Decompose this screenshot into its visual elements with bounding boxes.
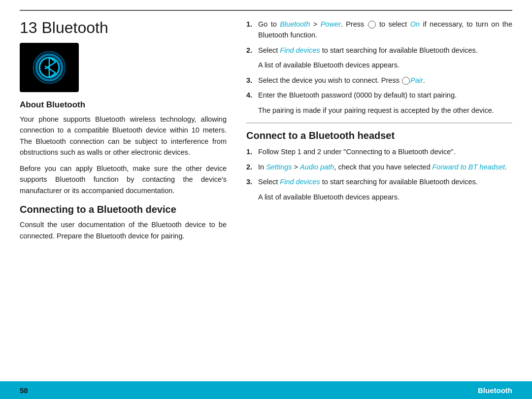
connecting-para: Consult the user documentation of the Bl… bbox=[20, 219, 227, 241]
step-2-num: 2. bbox=[246, 45, 254, 56]
step-2: 2. Select Find devices to start searchin… bbox=[246, 45, 512, 56]
step-2-note-text: A list of available Bluetooth devices ap… bbox=[258, 60, 512, 70]
bluetooth-link: Bluetooth bbox=[280, 20, 310, 28]
step-4: 4. Enter the Bluetooth password (0000 by… bbox=[246, 90, 512, 100]
headset-step-1-num: 1. bbox=[246, 146, 254, 157]
connecting-steps-list: 1. Go to Bluetooth > Power. Press to sel… bbox=[246, 19, 512, 116]
pair-link: Pair bbox=[410, 76, 423, 84]
svg-line-5 bbox=[45, 62, 56, 69]
forward-bt-link: Forward to BT headset bbox=[432, 163, 505, 171]
svg-line-7 bbox=[45, 66, 56, 73]
bluetooth-icon-container bbox=[20, 43, 79, 92]
headset-section-title: Connect to a Bluetooth headset bbox=[246, 130, 512, 141]
about-heading: About Bluetooth bbox=[20, 100, 227, 110]
step-4-note-text: The pairing is made if your pairing requ… bbox=[258, 105, 512, 116]
footer: 58 Bluetooth bbox=[0, 381, 532, 399]
about-para2: Before you can apply Bluetooth, make sur… bbox=[20, 163, 227, 196]
step-4-content: Enter the Bluetooth password (0000 by de… bbox=[258, 90, 512, 100]
power-link: Power bbox=[321, 20, 341, 28]
step-3-content: Select the device you wish to connect. P… bbox=[258, 75, 512, 86]
connecting-heading: Connecting to a Bluetooth device bbox=[20, 204, 227, 215]
find-devices-link-1: Find devices bbox=[280, 46, 320, 54]
section-divider bbox=[246, 123, 512, 123]
step-1-num: 1. bbox=[246, 19, 254, 41]
headset-step-3-note: A list of available Bluetooth devices ap… bbox=[246, 192, 512, 202]
headset-step-2: 2. In Settings > Audio path, check that … bbox=[246, 162, 512, 172]
headset-step-1: 1. Follow Step 1 and 2 under "Connecting… bbox=[246, 146, 512, 157]
about-para1: Your phone supports Bluetooth wireless t… bbox=[20, 114, 227, 158]
circle-icon-1 bbox=[368, 21, 376, 29]
headset-steps-list: 1. Follow Step 1 and 2 under "Connecting… bbox=[246, 146, 512, 202]
headset-step-3-note-text: A list of available Bluetooth devices ap… bbox=[258, 192, 512, 202]
headset-step-1-content: Follow Step 1 and 2 under "Connecting to… bbox=[258, 146, 512, 157]
footer-page-number: 58 bbox=[20, 386, 28, 395]
step-1: 1. Go to Bluetooth > Power. Press to sel… bbox=[246, 19, 512, 41]
audio-path-link: Audio path bbox=[300, 163, 334, 171]
headset-step-3: 3. Select Find devices to start searchin… bbox=[246, 176, 512, 187]
find-devices-link-2: Find devices bbox=[280, 178, 320, 186]
on-text: On bbox=[410, 20, 420, 28]
step-4-num: 4. bbox=[246, 90, 254, 100]
headset-step-2-num: 2. bbox=[246, 162, 254, 172]
headset-step-3-num: 3. bbox=[246, 176, 254, 187]
footer-section-label: Bluetooth bbox=[478, 386, 512, 395]
step-3: 3. Select the device you wish to connect… bbox=[246, 75, 512, 86]
content-area: 13 Bluetooth bbox=[0, 11, 532, 381]
circle-icon-2 bbox=[402, 77, 410, 85]
right-column: 1. Go to Bluetooth > Power. Press to sel… bbox=[246, 11, 512, 381]
step-3-num: 3. bbox=[246, 75, 254, 86]
bluetooth-icon bbox=[32, 50, 66, 85]
headset-step-2-content: In Settings > Audio path, check that you… bbox=[258, 162, 512, 172]
left-column: 13 Bluetooth bbox=[20, 11, 227, 381]
step-1-content: Go to Bluetooth > Power. Press to select… bbox=[258, 19, 512, 41]
headset-step-3-content: Select Find devices to start searching f… bbox=[258, 176, 512, 187]
step-2-content: Select Find devices to start searching f… bbox=[258, 45, 512, 56]
step-2-note: A list of available Bluetooth devices ap… bbox=[246, 60, 512, 70]
chapter-title: 13 Bluetooth bbox=[20, 19, 227, 37]
step-4-note: The pairing is made if your pairing requ… bbox=[246, 105, 512, 116]
settings-link: Settings bbox=[266, 163, 292, 171]
page-container: 13 Bluetooth bbox=[0, 0, 532, 399]
